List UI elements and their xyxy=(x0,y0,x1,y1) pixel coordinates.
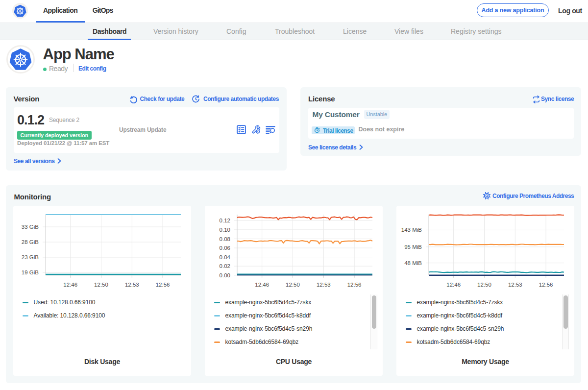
svg-text:0.02: 0.02 xyxy=(220,263,230,269)
svg-text:12:56: 12:56 xyxy=(539,282,553,288)
svg-text:12:53: 12:53 xyxy=(125,282,139,288)
svg-text:0.08: 0.08 xyxy=(220,236,230,242)
svg-text:28 GiB: 28 GiB xyxy=(22,239,39,245)
svg-text:48 MiB: 48 MiB xyxy=(404,260,422,266)
svg-text:23 GiB: 23 GiB xyxy=(22,254,39,260)
svg-text:12:46: 12:46 xyxy=(446,282,461,288)
svg-text:12:50: 12:50 xyxy=(286,282,300,288)
svg-text:33 GiB: 33 GiB xyxy=(22,224,39,230)
svg-text:12:46: 12:46 xyxy=(255,282,269,288)
svg-text:143 MiB: 143 MiB xyxy=(401,227,422,233)
svg-text:12:53: 12:53 xyxy=(317,282,331,288)
svg-text:0.04: 0.04 xyxy=(220,254,231,260)
svg-text:0.00: 0.00 xyxy=(220,272,230,278)
svg-text:12:56: 12:56 xyxy=(156,282,170,288)
svg-text:12:46: 12:46 xyxy=(63,282,77,288)
svg-text:12:50: 12:50 xyxy=(477,282,491,288)
svg-text:12:56: 12:56 xyxy=(347,282,362,288)
svg-text:0.10: 0.10 xyxy=(220,227,230,233)
svg-text:0.06: 0.06 xyxy=(220,245,230,251)
svg-text:12:53: 12:53 xyxy=(508,282,522,288)
svg-text:0.12: 0.12 xyxy=(220,218,230,223)
svg-text:95 MiB: 95 MiB xyxy=(404,244,422,250)
svg-text:19 GiB: 19 GiB xyxy=(22,269,39,275)
svg-text:12:50: 12:50 xyxy=(94,282,108,288)
